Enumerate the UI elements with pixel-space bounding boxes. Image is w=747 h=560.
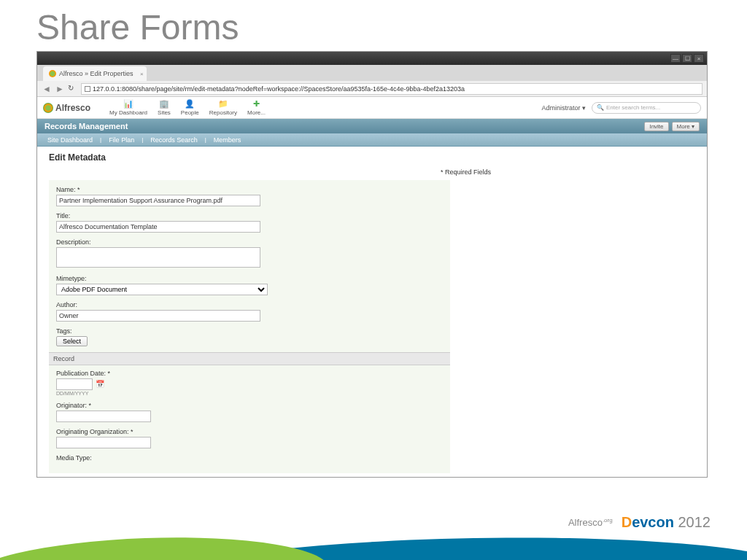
browser-tab-strip: Alfresco » Edit Properties × [37,65,707,81]
admin-menu[interactable]: Administrator ▾ [541,104,586,112]
site-header: Records Management Invite More ▾ [37,119,707,133]
description-input[interactable] [56,247,260,268]
alfresco-logo-icon [43,103,53,113]
people-icon: 👤 [185,100,195,109]
url-text: 127.0.0.1:8080/share/page/site/rm/edit-m… [93,85,465,93]
tab-title: Alfresco » Edit Properties [59,70,133,77]
more-button[interactable]: More ▾ [672,122,700,131]
close-button[interactable]: × [694,54,704,63]
app-header: Alfresco 📊 My Dashboard 🏢 Sites 👤 People… [37,97,707,119]
author-input[interactable] [56,310,260,322]
site-title: Records Management [44,122,128,131]
nav-separator: | [100,136,101,143]
top-nav: 📊 My Dashboard 🏢 Sites 👤 People 📁 Reposi… [105,98,270,117]
site-nav-fileplan[interactable]: File Plan [106,135,137,145]
author-label: Author: [56,301,443,308]
title-input[interactable] [56,221,260,233]
devcon-logo: Devcon 2012 [622,514,711,531]
nav-repository[interactable]: 📁 Repository [205,98,241,117]
nav-more[interactable]: ✚ More... [243,98,270,117]
nav-people[interactable]: 👤 People [177,98,204,117]
invite-button[interactable]: Invite [644,122,668,131]
more-icon: ✚ [251,100,261,109]
nav-label: Repository [209,109,237,116]
nav-dashboard[interactable]: 📊 My Dashboard [105,98,152,117]
content-area: Edit Metadata * Required Fields Name: * … [37,147,707,478]
calendar-icon[interactable]: 📅 [96,380,104,389]
mediatype-label: Media Type: [56,454,443,462]
reload-button[interactable]: ↻ [68,84,78,94]
favicon-icon [49,70,56,77]
maximize-button[interactable]: ☐ [682,54,692,63]
description-label: Description: [56,238,443,246]
originator-input[interactable] [56,411,151,422]
sites-icon: 🏢 [159,100,169,109]
site-nav: Site Dashboard | File Plan | Records Sea… [37,133,707,147]
page-title: Edit Metadata [49,152,695,163]
alfresco-footer-logo: Alfresco.org [568,517,613,528]
name-input[interactable] [56,195,260,206]
search-icon: 🔍 [597,104,604,111]
nav-separator: | [205,136,206,143]
orgorg-label: Originating Organization: * [56,428,443,435]
mimetype-select[interactable]: Adobe PDF Document [56,284,268,295]
name-label: Name: * [56,186,443,193]
date-format-hint: DD/MM/YYYY [56,391,443,396]
metadata-form: Name: * Title: Description: Mimetype: Ad… [49,180,450,473]
site-nav-members[interactable]: Members [211,135,244,145]
browser-tab[interactable]: Alfresco » Edit Properties × [43,66,147,81]
pubdate-input[interactable] [56,378,93,390]
browser-toolbar: ◄ ► ↻ 127.0.0.1:8080/share/page/site/rm/… [37,81,707,97]
pubdate-label: Publication Date: * [56,370,443,377]
nav-label: My Dashboard [109,109,147,116]
nav-label: Sites [158,109,171,116]
forward-button[interactable]: ► [55,84,65,94]
logo[interactable]: Alfresco [43,103,90,113]
repository-icon: 📁 [218,100,228,109]
tags-select-button[interactable]: Select [56,336,88,346]
screenshot: — ☐ × Alfresco » Edit Properties × ◄ ► ↻… [36,51,708,478]
nav-separator: | [142,136,143,143]
mimetype-label: Mimetype: [56,275,443,282]
originator-label: Originator: * [56,402,443,409]
search-placeholder: Enter search terms... [606,104,660,111]
required-fields-note: * Required Fields [49,168,695,176]
record-section-header: Record [49,352,450,365]
back-button[interactable]: ◄ [42,84,52,94]
nav-label: People [181,109,199,116]
slide-title: Share Forms [0,0,747,51]
minimize-button[interactable]: — [670,54,681,63]
nav-label: More... [247,109,266,116]
tags-label: Tags: [56,327,443,335]
footer-branding: Alfresco.org Devcon 2012 [568,514,711,531]
orgorg-input[interactable] [56,437,151,448]
logo-text: Alfresco [55,103,90,113]
site-nav-search[interactable]: Records Search [147,135,201,145]
dashboard-icon: 📊 [123,100,133,109]
footer-decoration [0,534,747,560]
url-bar[interactable]: 127.0.0.1:8080/share/page/site/rm/edit-m… [81,83,703,95]
search-input[interactable]: 🔍 Enter search terms... [592,102,701,114]
window-titlebar: — ☐ × [37,52,707,65]
page-icon [85,86,90,92]
title-label: Title: [56,212,443,219]
nav-sites[interactable]: 🏢 Sites [153,98,175,117]
site-nav-dashboard[interactable]: Site Dashboard [44,135,96,145]
tab-close-icon[interactable]: × [140,71,144,77]
